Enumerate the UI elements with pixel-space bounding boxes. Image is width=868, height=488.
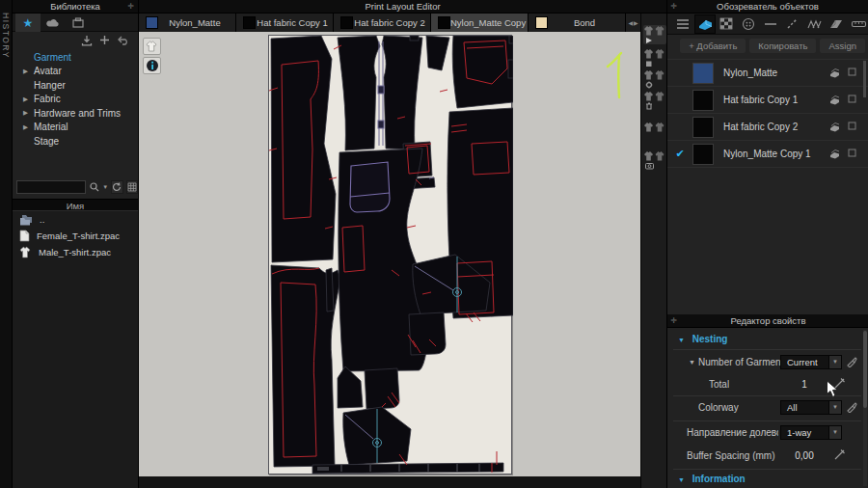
tree-item-stage[interactable]: Stage	[13, 134, 138, 149]
texture-objects-button[interactable]	[717, 14, 738, 34]
scroll-right-icon[interactable]: ▶	[634, 19, 638, 26]
collapse-arrow-icon[interactable]: ▼	[678, 337, 685, 343]
file-row-male-tshirt[interactable]: Male_T-shirt.zpac	[13, 244, 138, 260]
dock-pin-icon[interactable]: ✛	[669, 316, 678, 325]
garment-pair-button[interactable]	[643, 122, 666, 141]
file-list-name-column-header[interactable]: Имя	[13, 199, 138, 211]
scroll-left-icon[interactable]: ◀	[628, 19, 633, 26]
fabric-stack-icon[interactable]	[829, 149, 840, 159]
fabric-tab-nylon-matte[interactable]: Nylon_Matte	[139, 14, 236, 32]
wrench-edit-icon[interactable]	[833, 447, 847, 461]
collapse-arrow-icon[interactable]: ▼	[678, 476, 685, 483]
tree-item-avatar[interactable]: ▶ Avatar	[13, 65, 138, 79]
apply-brush-icon[interactable]	[846, 401, 857, 413]
fabric-tab-bond[interactable]: Bond	[529, 14, 626, 32]
refresh-icon	[112, 182, 122, 192]
folded-fabric-icon	[828, 17, 844, 30]
fabric-stack-icon[interactable]	[829, 68, 840, 78]
garment-snapshot-button[interactable]	[643, 150, 666, 170]
chevron-right-icon[interactable]: ▶	[23, 95, 28, 103]
colorway-box-icon[interactable]	[848, 95, 856, 103]
buffer-spacing-value[interactable]: 0,00	[783, 450, 826, 461]
garment-settings-button[interactable]	[643, 69, 666, 89]
object-row-nylon-matte[interactable]: Nylon_Matte	[667, 60, 868, 87]
object-swatch[interactable]	[692, 117, 714, 138]
section-information[interactable]: ▼ Information	[678, 474, 746, 484]
tree-item-hanger[interactable]: Hanger	[13, 78, 138, 93]
add-icon[interactable]	[99, 35, 110, 45]
colorway-box-icon[interactable]	[848, 68, 856, 76]
fold-fabric-objects-button[interactable]	[826, 14, 847, 34]
section-nesting[interactable]: ▼ Nesting	[678, 334, 727, 344]
colorway-box-icon[interactable]	[848, 149, 856, 157]
chevron-down-icon[interactable]: ▼	[828, 426, 841, 439]
chevron-down-icon[interactable]: ▼	[828, 356, 841, 368]
tab-local-files[interactable]	[66, 14, 91, 32]
dock-pin-icon[interactable]: ✛	[126, 2, 135, 11]
tape-objects-button[interactable]	[848, 14, 868, 34]
colorway-dropdown[interactable]: All ▼	[780, 400, 842, 415]
grain-direction-dropdown[interactable]: 1-way ▼	[780, 425, 842, 440]
number-of-garment-dropdown[interactable]: Current ▼	[780, 355, 842, 369]
colorway-box-icon[interactable]	[848, 122, 856, 130]
topstitch-icon	[785, 17, 800, 30]
topstitch-objects-button[interactable]	[782, 14, 803, 34]
property-scrollbar-thumb[interactable]	[863, 331, 867, 408]
tree-item-material[interactable]: ▶ Material	[13, 121, 138, 135]
copy-button[interactable]: Копировать	[749, 39, 816, 53]
undo-arrow-icon[interactable]	[117, 35, 129, 45]
info-button[interactable]	[143, 57, 161, 74]
object-swatch[interactable]	[692, 144, 714, 165]
apply-brush-icon[interactable]	[846, 356, 857, 367]
fabric-tab-nylon-matte-copy-1[interactable]: Nylon_Matte Copy 1	[431, 14, 529, 32]
print-layout-page	[268, 35, 512, 474]
chevron-right-icon[interactable]: ▶	[23, 109, 28, 117]
fabric-tab-hat-fabric-copy-1[interactable]: Hat fabric Copy 1	[236, 14, 334, 32]
download-icon[interactable]	[81, 35, 93, 46]
chevron-down-icon[interactable]: ▼	[828, 401, 841, 414]
garment-box-button[interactable]	[643, 48, 666, 68]
fabric-stack-icon[interactable]	[829, 95, 840, 105]
button-objects-button[interactable]	[738, 14, 759, 34]
layout-canvas[interactable]	[139, 32, 640, 476]
fabric-swatch	[340, 16, 353, 29]
puckering-objects-button[interactable]	[804, 14, 826, 34]
refresh-button[interactable]	[111, 180, 122, 194]
object-swatch[interactable]	[692, 90, 714, 111]
tree-item-fabric[interactable]: ▶ Fabric	[13, 93, 138, 107]
tab-favorites[interactable]: ★	[15, 14, 41, 32]
fabric-stack-icon[interactable]	[829, 122, 840, 132]
object-list-scrollbar[interactable]	[863, 61, 866, 97]
grid-view-button[interactable]	[126, 180, 138, 194]
pattern-pieces[interactable]	[271, 36, 513, 474]
scene-list-button[interactable]	[672, 14, 693, 34]
garment-delete-button[interactable]	[643, 91, 666, 110]
history-side-tab[interactable]: HISTORY	[0, 0, 13, 488]
sync-garment-play-button[interactable]	[643, 25, 666, 44]
fabric-tab-hat-fabric-copy-2[interactable]: Hat fabric Copy 2	[334, 14, 431, 32]
fabric-objects-button[interactable]	[694, 14, 716, 34]
assign-button[interactable]: Assign	[820, 39, 865, 53]
search-input[interactable]	[16, 180, 86, 194]
buffer-spacing-label: Buffer Spacing (mm)	[687, 450, 775, 461]
object-row-hat-fabric-copy-2[interactable]: Hat fabric Copy 2	[667, 114, 868, 141]
chevron-right-icon[interactable]: ▶	[23, 68, 28, 75]
tree-item-hardware-and-trims[interactable]: ▶ Hardware and Trims	[13, 106, 138, 121]
object-row-hat-fabric-copy-1[interactable]: Hat fabric Copy 1	[667, 87, 868, 114]
tab-scroll-arrows[interactable]: ◀▶	[626, 14, 640, 32]
object-swatch[interactable]	[692, 63, 714, 84]
tree-item-garment[interactable]: Garment	[13, 50, 138, 65]
add-button[interactable]: + Добавить	[680, 39, 746, 53]
stitch-objects-button[interactable]	[760, 14, 781, 34]
file-row-parent-dir[interactable]: ..	[13, 211, 138, 228]
file-row-female-tshirt[interactable]: Female_T-shirt.zpac	[13, 228, 138, 244]
search-icon[interactable]	[89, 181, 99, 193]
total-value[interactable]: 1	[783, 379, 826, 390]
show-garment-button[interactable]	[143, 38, 161, 55]
search-options-caret[interactable]: ▼	[102, 184, 108, 190]
chevron-right-icon[interactable]: ▶	[23, 123, 28, 131]
dock-pin-icon[interactable]: ✛	[669, 2, 678, 11]
tab-cloud[interactable]	[41, 14, 66, 32]
collapse-arrow-icon[interactable]: ▼	[689, 359, 695, 366]
object-row-nylon-matte-copy-1[interactable]: ✔ Nylon_Matte Copy 1	[667, 141, 868, 168]
